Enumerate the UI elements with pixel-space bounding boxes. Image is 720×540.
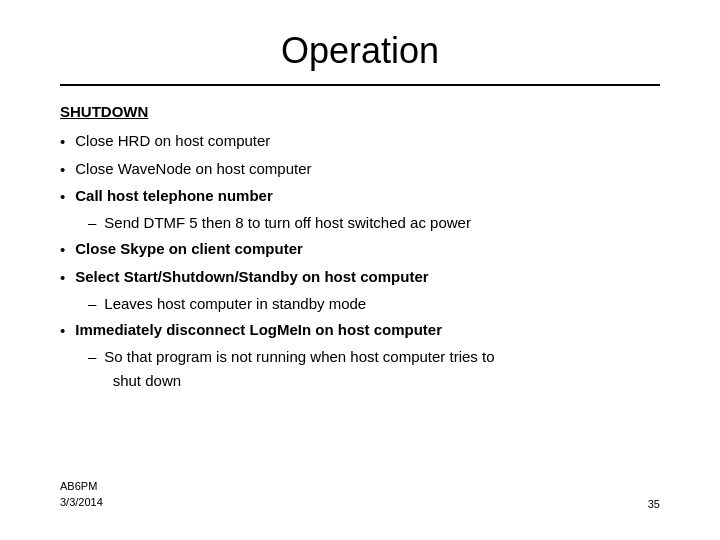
list-item: • Immediately disconnect LogMeIn on host… [60, 318, 660, 342]
slide: Operation SHUTDOWN • Close HRD on host c… [0, 0, 720, 540]
dash-icon: – [88, 292, 96, 315]
list-item: • Select Start/Shutdown/Standby on host … [60, 265, 660, 289]
sub-item: – So that program is not running when ho… [88, 345, 660, 392]
sub-text: Leaves host computer in standby mode [104, 292, 660, 315]
list-item: • Close Skype on client computer [60, 237, 660, 261]
bullet-icon: • [60, 158, 65, 181]
list-item: • Call host telephone number [60, 184, 660, 208]
bullet-icon: • [60, 185, 65, 208]
bullet-icon: • [60, 266, 65, 289]
footer: AB6PM 3/3/2014 35 [60, 471, 660, 510]
sub-item: – Send DTMF 5 then 8 to turn off host sw… [88, 211, 660, 234]
sub-item: – Leaves host computer in standby mode [88, 292, 660, 315]
bullet-icon: • [60, 130, 65, 153]
item-text: Close Skype on client computer [75, 237, 660, 260]
section-heading: SHUTDOWN [60, 100, 660, 123]
item-text: Immediately disconnect LogMeIn on host c… [75, 318, 660, 341]
footer-left: AB6PM 3/3/2014 [60, 479, 103, 510]
bullet-icon: • [60, 319, 65, 342]
item-text: Close WaveNode on host computer [75, 157, 660, 180]
bullet-icon: • [60, 238, 65, 261]
divider [60, 84, 660, 86]
footer-date: 3/3/2014 [60, 495, 103, 510]
sub-text: Send DTMF 5 then 8 to turn off host swit… [104, 211, 660, 234]
list-item: • Close HRD on host computer [60, 129, 660, 153]
dash-icon: – [88, 211, 96, 234]
sub-text: So that program is not running when host… [104, 345, 660, 392]
item-text: Select Start/Shutdown/Standby on host co… [75, 265, 660, 288]
list-item: • Close WaveNode on host computer [60, 157, 660, 181]
slide-title: Operation [60, 30, 660, 72]
footer-author: AB6PM [60, 479, 103, 494]
item-text: Call host telephone number [75, 184, 660, 207]
bullet-list: • Close HRD on host computer • Close Wav… [60, 129, 660, 392]
dash-icon: – [88, 345, 96, 368]
footer-page-number: 35 [648, 498, 660, 510]
item-text: Close HRD on host computer [75, 129, 660, 152]
content-area: SHUTDOWN • Close HRD on host computer • … [60, 100, 660, 471]
